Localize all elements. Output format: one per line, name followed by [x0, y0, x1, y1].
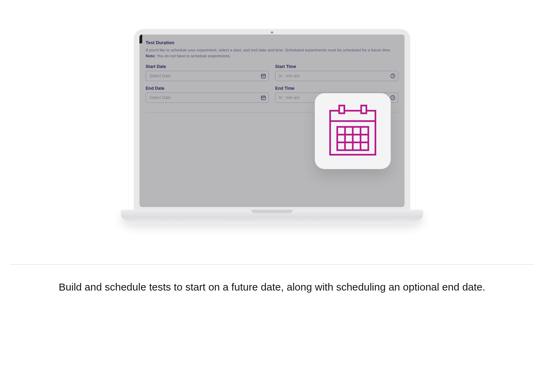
end-time-placeholder: hr : min am [279, 95, 300, 100]
svg-rect-13 [262, 98, 263, 98]
svg-rect-21 [361, 106, 366, 114]
clock-icon[interactable] [390, 73, 396, 79]
horizontal-rule [10, 264, 534, 265]
trackpad-notch [251, 210, 293, 213]
calendar-large-icon [327, 103, 379, 159]
note-text: You do not have to schedule experiments. [156, 54, 231, 58]
keyboard-hint [137, 215, 407, 216]
clock-icon[interactable] [390, 95, 396, 100]
calendar-icon[interactable] [261, 73, 266, 79]
end-date-label: End Date [146, 86, 269, 91]
svg-line-17 [393, 98, 394, 98]
svg-rect-4 [262, 76, 263, 76]
camera-icon [271, 31, 273, 33]
end-date-placeholder: Select Date [149, 95, 171, 100]
svg-rect-5 [263, 76, 264, 76]
start-date-input[interactable]: Select Date [146, 71, 269, 81]
screen-notch [139, 35, 142, 43]
laptop-base [121, 210, 423, 224]
end-time-label: End Time [275, 86, 398, 91]
start-time-placeholder: hr : min am [279, 74, 300, 78]
end-date-field-group: End Date Select Date [146, 86, 269, 103]
svg-rect-14 [263, 98, 264, 98]
panel-note: Note: You do not have to schedule experi… [146, 54, 398, 58]
note-label: Note: [146, 54, 156, 58]
svg-line-8 [393, 76, 394, 76]
start-date-field-group: Start Date Select Date [146, 64, 269, 81]
feature-caption: Build and schedule tests to start on a f… [58, 280, 486, 294]
feature-calendar-tile [315, 93, 391, 169]
start-time-field-group: Start Time hr : min am [275, 64, 398, 81]
panel-description: If you'd like to schedule your experimen… [146, 47, 398, 53]
panel-title: Test Duration [146, 40, 398, 45]
calendar-icon[interactable] [261, 95, 266, 100]
start-date-label: Start Date [146, 64, 269, 69]
svg-rect-20 [339, 106, 344, 114]
start-date-placeholder: Select Date [149, 74, 171, 78]
end-date-input[interactable]: Select Date [146, 92, 269, 103]
start-time-label: Start Time [275, 64, 398, 69]
start-time-input[interactable]: hr : min am [275, 71, 398, 81]
svg-rect-0 [261, 74, 265, 78]
